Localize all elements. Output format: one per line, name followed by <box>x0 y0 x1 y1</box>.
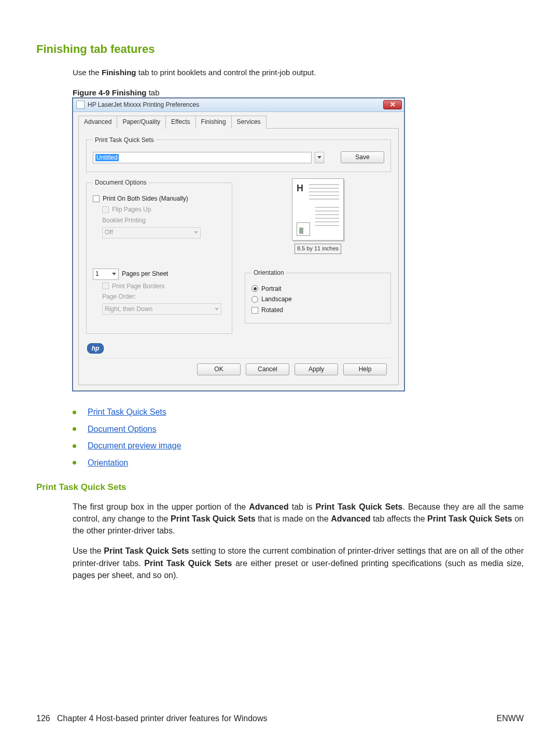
print-borders-checkbox <box>102 283 109 289</box>
landscape-label: Landscape <box>261 295 292 304</box>
rotated-label: Rotated <box>261 306 283 315</box>
document-preview: H 8.5 by 11 inches <box>282 178 354 254</box>
t: Print Task Quick Sets <box>144 559 232 568</box>
printer-icon <box>76 101 85 109</box>
tab-paper-quality[interactable]: Paper/Quality <box>117 116 166 129</box>
tab-advanced[interactable]: Advanced <box>78 116 117 129</box>
orientation-group: Orientation Portrait Landscape Rotated <box>245 269 391 324</box>
rotated-checkbox[interactable] <box>251 307 258 314</box>
page-order-combo: Right, then Down <box>102 303 221 315</box>
section-links: Print Task Quick Sets Document Options D… <box>73 406 524 469</box>
intro-c: tab to print booklets and control the pr… <box>136 68 316 77</box>
list-item: Print Task Quick Sets <box>73 406 524 418</box>
chevron-down-icon <box>194 231 198 234</box>
help-button[interactable]: Help <box>343 363 387 375</box>
link-document-options[interactable]: Document Options <box>88 424 157 435</box>
t: Print Task Quick Sets <box>427 514 512 523</box>
print-borders-label: Print Page Borders <box>112 282 164 291</box>
dialog-footer: OK Cancel Apply Help <box>86 358 391 379</box>
save-button[interactable]: Save <box>341 151 384 163</box>
quicksets-dropdown-icon[interactable] <box>315 152 324 163</box>
link-preview-image[interactable]: Document preview image <box>88 440 181 452</box>
document-options-group: Document Options Print On Both Sides (Ma… <box>86 178 232 334</box>
preview-size: 8.5 by 11 inches <box>295 244 341 254</box>
paragraph-2: Use the Print Task Quick Sets setting to… <box>73 545 524 581</box>
pps-value: 1 <box>95 270 99 278</box>
link-orientation[interactable]: Orientation <box>88 457 128 469</box>
quicksets-legend: Print Task Quick Sets <box>93 136 156 145</box>
tab-finishing[interactable]: Finishing <box>195 116 232 129</box>
quicksets-combo[interactable]: Untitled <box>93 152 312 163</box>
list-item: Document preview image <box>73 440 524 452</box>
both-sides-label: Print On Both Sides (Manually) <box>103 194 188 203</box>
tab-effects[interactable]: Effects <box>165 116 195 129</box>
t: tab affects the <box>371 514 427 523</box>
page-order-label: Page Order: <box>102 292 136 301</box>
section-heading: Finishing tab features <box>36 41 524 58</box>
page-preview-icon: H <box>292 178 344 241</box>
pages-per-sheet-combo[interactable]: 1 <box>93 269 119 280</box>
t: Use the <box>73 546 104 555</box>
t: tab is <box>289 502 316 511</box>
flip-pages-label: Flip Pages Up <box>112 205 151 214</box>
apply-button[interactable]: Apply <box>295 363 338 375</box>
dialog-titlebar: HP LaserJet Mxxxx Printing Preferences ✕ <box>73 99 404 112</box>
flip-pages-checkbox <box>102 206 109 213</box>
paragraph-1: The first group box in the upper portion… <box>73 501 524 537</box>
ok-button[interactable]: OK <box>197 363 241 375</box>
t: Advanced <box>249 502 288 511</box>
t: Print Task Quick Sets <box>171 514 256 523</box>
both-sides-checkbox[interactable] <box>93 195 100 202</box>
link-quick-sets[interactable]: Print Task Quick Sets <box>88 406 166 418</box>
chevron-down-icon <box>112 273 116 275</box>
booklet-combo: Off <box>102 227 201 238</box>
intro-a: Use the <box>73 68 102 77</box>
tab-services[interactable]: Services <box>231 116 267 129</box>
t: that is made on the <box>256 514 331 523</box>
portrait-radio[interactable] <box>251 285 258 292</box>
close-button[interactable]: ✕ <box>383 100 402 109</box>
t: The first group box in the upper portion… <box>73 502 249 511</box>
t: Print Task Quick Sets <box>316 502 403 511</box>
hp-logo-icon: hp <box>87 343 104 354</box>
fig-prefix: Figure 4-9 <box>73 88 112 97</box>
booklet-label: Booklet Printing <box>102 216 146 225</box>
printing-preferences-dialog: HP LaserJet Mxxxx Printing Preferences ✕… <box>73 98 404 391</box>
docopt-legend: Document Options <box>93 178 148 187</box>
cancel-button[interactable]: Cancel <box>246 363 289 375</box>
dialog-title: HP LaserJet Mxxxx Printing Preferences <box>88 101 199 109</box>
figure-caption: Figure 4-9 Finishing tab <box>73 87 524 98</box>
portrait-label: Portrait <box>261 285 282 293</box>
quicksets-value: Untitled <box>95 154 119 161</box>
fig-after: tab <box>147 88 160 97</box>
t: Print Task Quick Sets <box>104 546 189 555</box>
pps-label: Pages per Sheet <box>122 270 168 278</box>
page-order-value: Right, then Down <box>105 305 152 314</box>
list-item: Document Options <box>73 424 524 435</box>
subsection-heading: Print Task Quick Sets <box>36 481 524 494</box>
intro-b: Finishing <box>102 68 136 77</box>
chevron-down-icon <box>215 308 219 311</box>
orientation-legend: Orientation <box>251 269 286 277</box>
fig-bold: Finishing <box>112 88 147 97</box>
t: Advanced <box>331 514 370 523</box>
intro-text: Use the Finishing tab to print booklets … <box>73 67 524 78</box>
tab-strip: Advanced Paper/Quality Effects Finishing… <box>78 115 399 129</box>
booklet-value: Off <box>105 228 113 237</box>
print-task-quick-sets-group: Print Task Quick Sets Untitled Save <box>86 136 391 173</box>
landscape-radio[interactable] <box>251 296 258 303</box>
list-item: Orientation <box>73 457 524 469</box>
